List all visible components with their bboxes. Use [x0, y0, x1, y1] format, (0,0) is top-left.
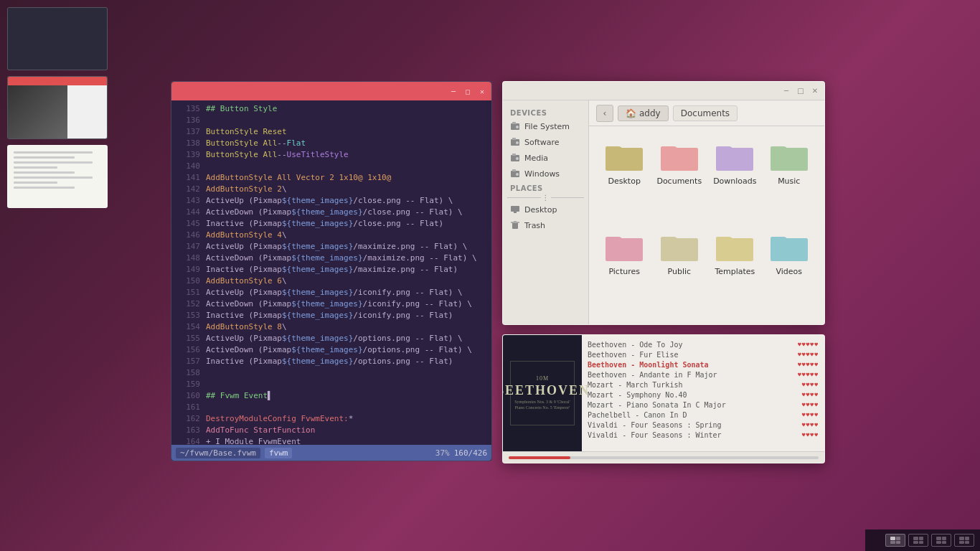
workspace-4[interactable]	[954, 534, 974, 547]
track-stars: ♥♥♥♥♥	[798, 352, 819, 358]
code-line: 158	[171, 367, 491, 379]
track-name: Beethoven - Andante in F Major	[588, 371, 798, 379]
taskbar	[865, 529, 980, 551]
fm-home-button[interactable]: 🏠 addy	[618, 105, 669, 121]
fm-maximize-button[interactable]: □	[796, 86, 806, 96]
code-line: 146AddButtonStyle 4 \	[171, 230, 491, 241]
folder-icon	[716, 141, 753, 174]
svg-rect-4	[512, 138, 516, 140]
album-art-inner: 10M BEETHOVEN Symphonies Nos. 3 & 9 'Cho…	[510, 361, 575, 425]
workspace-1[interactable]	[885, 534, 905, 547]
track-stars: ♥♥♥♥♥	[798, 372, 819, 378]
code-line: 135## Button Style	[171, 103, 491, 115]
folder-item-documents[interactable]: Documents	[654, 138, 705, 222]
track-stars: ♥♥♥♥	[802, 392, 819, 398]
track-item[interactable]: Vivaldi - Four Seasons : Spring ♥♥♥♥	[588, 420, 819, 430]
maximize-button[interactable]: □	[463, 86, 473, 96]
svg-rect-16	[514, 221, 517, 222]
tracklist: Beethoven - Ode To Joy ♥♥♥♥♥Beethoven - …	[582, 335, 824, 451]
track-item[interactable]: Vivaldi - Four Seasons : Winter ♥♥♥♥	[588, 430, 819, 440]
folder-item-pictures[interactable]: Pictures	[600, 228, 648, 313]
thumbnail-1[interactable]	[7, 7, 108, 70]
code-line: 159	[171, 379, 491, 390]
code-line: 154AddButtonStyle 8 \	[171, 321, 491, 333]
code-line: 156 ActiveDown (Pixmap ${theme_images}/o…	[171, 344, 491, 356]
workspace-3[interactable]	[931, 534, 951, 547]
fm-close-button[interactable]: ✕	[810, 86, 820, 96]
fm-home-label: addy	[639, 108, 661, 118]
code-line: 136	[171, 115, 491, 126]
sidebar-item-media-label: Media	[524, 154, 548, 163]
folder-item-downloads[interactable]: Downloads	[710, 138, 759, 222]
album-label: 10M	[536, 375, 549, 382]
code-line: 148 ActiveDown (Pixmap ${theme_images}/m…	[171, 253, 491, 264]
track-name: Vivaldi - Four Seasons : Winter	[588, 431, 802, 439]
svg-point-2	[516, 126, 519, 128]
progress-bar[interactable]	[509, 456, 819, 459]
desktop-icon	[510, 204, 520, 215]
folder-label: Public	[668, 267, 692, 276]
code-line: 147 ActiveUp (Pixmap ${theme_images}/max…	[171, 241, 491, 253]
code-statusbar: ~/fvwm/Base.fvwm fvwm 37% 160/426	[171, 445, 491, 461]
code-line: 149 Inactive (Pixmap ${theme_images}/max…	[171, 264, 491, 276]
track-item[interactable]: Pachelbell - Canon In D ♥♥♥♥	[588, 410, 819, 420]
track-item[interactable]: Beethoven - Fur Elise ♥♥♥♥♥	[588, 349, 819, 359]
sidebar-item-media[interactable]: Media	[503, 150, 588, 166]
sidebar-item-desktop[interactable]: Desktop	[503, 202, 588, 217]
folder-icon	[716, 231, 753, 264]
folder-item-desktop[interactable]: Desktop	[600, 138, 648, 222]
code-line: 160## Fvwm Event▌	[171, 390, 491, 402]
sidebar-item-filesystem[interactable]: File System	[503, 118, 588, 134]
fm-minimize-button[interactable]: ─	[781, 86, 791, 96]
folder-label: Desktop	[608, 176, 641, 186]
track-name: Beethoven - Moonlight Sonata	[588, 361, 798, 369]
minimize-button[interactable]: ─	[448, 86, 458, 96]
track-item[interactable]: Mozart - March Turkish ♥♥♥♥	[588, 380, 819, 390]
track-item[interactable]: Beethoven - Andante in F Major ♥♥♥♥♥	[588, 369, 819, 380]
thumbnail-3[interactable]	[7, 145, 108, 208]
close-button[interactable]: ✕	[477, 86, 487, 96]
track-name: Mozart - March Turkish	[588, 381, 802, 389]
track-name: Pachelbell - Canon In D	[588, 411, 802, 419]
places-label: PLACES	[503, 182, 588, 194]
folder-icon	[771, 231, 808, 264]
sidebar-item-filesystem-label: File System	[524, 122, 570, 131]
track-name: Mozart - Piano Sonata In C Major	[588, 401, 802, 409]
track-item[interactable]: Beethoven - Ode To Joy ♥♥♥♥♥	[588, 339, 819, 349]
track-item[interactable]: Beethoven - Moonlight Sonata ♥♥♥♥♥	[588, 359, 819, 369]
thumbnail-2[interactable]	[7, 76, 108, 139]
sidebar-item-software[interactable]: Software	[503, 134, 588, 150]
fm-back-button[interactable]: ‹	[596, 105, 613, 122]
fm-toolbar: ‹ 🏠 addy Documents	[589, 100, 824, 126]
fm-files-grid: Desktop Documents Downloads Music Pictur…	[589, 126, 824, 324]
sidebar-item-trash-label: Trash	[524, 221, 545, 230]
workspace-2[interactable]	[908, 534, 928, 547]
code-line: 155 ActiveUp (Pixmap ${theme_images}/opt…	[171, 333, 491, 344]
music-body: 10M BEETHOVEN Symphonies Nos. 3 & 9 'Cho…	[503, 335, 824, 451]
track-stars: ♥♥♥♥	[802, 382, 819, 388]
svg-rect-10	[512, 169, 516, 171]
folder-item-public[interactable]: Public	[654, 228, 705, 313]
track-item[interactable]: Mozart - Piano Sonata In C Major ♥♥♥♥	[588, 400, 819, 410]
track-stars: ♥♥♥♥	[802, 412, 819, 418]
sidebar-item-trash[interactable]: Trash	[503, 217, 588, 233]
code-content[interactable]: 135## Button Style136137ButtonStyle Rese…	[171, 100, 491, 445]
status-pct: 37%	[435, 448, 450, 458]
folder-item-templates[interactable]: Templates	[710, 228, 759, 313]
track-item[interactable]: Mozart - Symphony No.40 ♥♥♥♥	[588, 390, 819, 400]
folder-item-music[interactable]: Music	[765, 138, 813, 222]
fm-sidebar: DEVICES File System Software Media	[503, 100, 589, 324]
folder-item-videos[interactable]: Videos	[765, 228, 813, 313]
code-editor-titlebar: ─ □ ✕	[171, 82, 491, 100]
fm-titlebar: ─ □ ✕	[503, 82, 824, 100]
code-line: 161	[171, 402, 491, 413]
folder-label: Downloads	[713, 176, 756, 186]
svg-rect-12	[511, 206, 519, 212]
svg-point-5	[516, 141, 519, 144]
sidebar-item-windows-label: Windows	[524, 169, 560, 179]
folder-label: Music	[778, 176, 800, 186]
sidebar-item-windows[interactable]: Windows	[503, 166, 588, 182]
music-player-window: 10M BEETHOVEN Symphonies Nos. 3 & 9 'Cho…	[502, 334, 825, 463]
folder-icon	[661, 141, 698, 174]
code-line: 150AddButtonStyle 6 \	[171, 276, 491, 287]
